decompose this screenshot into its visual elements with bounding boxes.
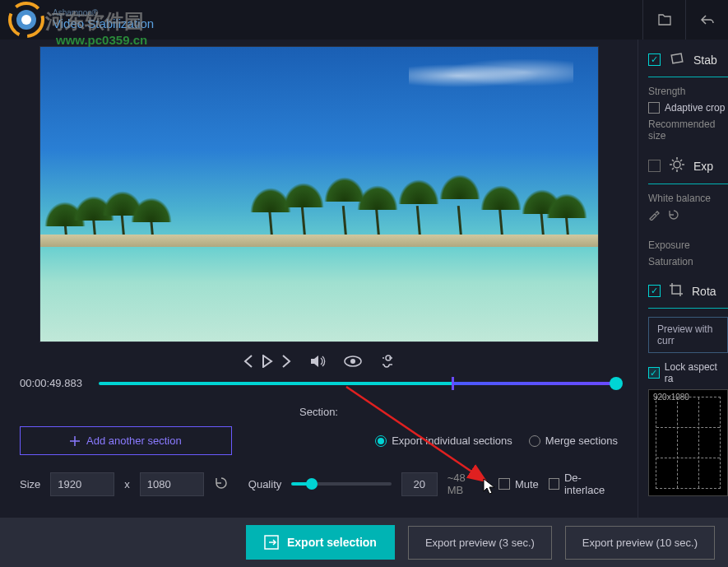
export-preview-10-button[interactable]: Export preview (10 sec.) xyxy=(565,526,715,560)
settings-button[interactable] xyxy=(380,354,395,369)
rotation-toggle[interactable] xyxy=(648,285,661,297)
stabilization-toggle[interactable] xyxy=(648,53,661,66)
section-label: Section: xyxy=(12,401,626,426)
recommended-size-label: Recommended size xyxy=(648,119,728,142)
adaptive-crop-label: Adaptive crop xyxy=(665,102,725,114)
undo-button[interactable] xyxy=(685,0,728,40)
watermark-url: www.pc0359.cn xyxy=(56,33,147,47)
video-preview[interactable] xyxy=(39,46,599,342)
svg-rect-5 xyxy=(671,53,683,63)
export-icon xyxy=(264,535,279,550)
rotation-title: Rota xyxy=(692,285,716,298)
strength-label: Strength xyxy=(648,86,728,97)
stabilization-title: Stab xyxy=(693,53,717,67)
height-input[interactable] xyxy=(140,472,204,496)
app-header: Ashampoo® Video Stabilization 河东软件园 www.… xyxy=(0,0,728,40)
settings-sidebar: Stab Strength Adaptive crop Recommended … xyxy=(638,40,728,549)
volume-button[interactable] xyxy=(309,355,326,368)
prev-frame-button[interactable] xyxy=(243,355,253,368)
exposure-toggle[interactable] xyxy=(648,160,661,172)
footer-bar: Export selection Export preview (3 sec.)… xyxy=(0,518,728,567)
svg-point-6 xyxy=(674,161,680,168)
quality-input[interactable] xyxy=(401,472,438,496)
export-preview-3-button[interactable]: Export preview (3 sec.) xyxy=(408,526,552,560)
preview-toggle-button[interactable] xyxy=(344,356,362,367)
exposure-title: Exp xyxy=(693,160,713,173)
quality-label: Quality xyxy=(248,478,281,490)
play-button[interactable] xyxy=(262,355,273,368)
rotation-section: Rota Preview with curr Lock aspect ra 92… xyxy=(648,282,728,496)
stabilize-icon xyxy=(669,51,685,68)
crop-preview[interactable]: 920x1080 xyxy=(648,389,728,496)
exposure-field-label: Exposure xyxy=(648,239,728,251)
add-section-label: Add another section xyxy=(86,435,182,447)
brightness-icon xyxy=(669,156,685,175)
timecode-display: 00:00:49.883 xyxy=(20,377,86,389)
mute-checkbox[interactable]: Mute xyxy=(498,478,539,490)
lock-aspect-label: Lock aspect ra xyxy=(665,361,728,384)
stabilization-section: Stab Strength Adaptive crop Recommended … xyxy=(648,51,728,142)
playback-controls xyxy=(12,342,626,377)
plus-icon xyxy=(70,436,80,446)
brand-product: Video Stabilization xyxy=(53,17,154,31)
next-frame-button[interactable] xyxy=(281,355,291,368)
add-section-button[interactable]: Add another section xyxy=(20,426,232,455)
app-logo-icon xyxy=(7,0,46,40)
preview-current-button[interactable]: Preview with curr xyxy=(648,317,728,353)
white-balance-label: White balance xyxy=(648,193,728,204)
export-individual-radio[interactable]: Export individual sections xyxy=(375,435,512,447)
size-separator: x xyxy=(124,478,130,490)
export-selection-label: Export selection xyxy=(287,536,377,549)
svg-point-4 xyxy=(350,359,355,364)
filesize-estimate: ~48 MB xyxy=(447,472,482,496)
mute-label: Mute xyxy=(515,478,539,490)
quality-slider[interactable] xyxy=(291,482,391,486)
crop-icon xyxy=(669,282,684,300)
open-folder-button[interactable] xyxy=(642,0,685,40)
eyedropper-icon[interactable] xyxy=(648,209,660,223)
exposure-section: Exp White balance Exposure Saturation xyxy=(648,156,728,267)
width-input[interactable] xyxy=(50,472,114,496)
reset-size-button[interactable] xyxy=(214,476,229,493)
merge-sections-radio[interactable]: Merge sections xyxy=(529,435,618,447)
deinterlace-label: De-interlace xyxy=(564,472,618,496)
merge-sections-label: Merge sections xyxy=(545,435,618,447)
size-label: Size xyxy=(20,478,40,490)
export-individual-label: Export individual sections xyxy=(392,435,512,447)
adaptive-crop-checkbox[interactable]: Adaptive crop xyxy=(648,102,728,114)
reset-wb-icon[interactable] xyxy=(668,209,679,223)
svg-point-2 xyxy=(21,15,31,25)
timeline-slider[interactable] xyxy=(99,382,618,385)
export-selection-button[interactable]: Export selection xyxy=(246,525,395,560)
lock-aspect-checkbox[interactable]: Lock aspect ra xyxy=(648,361,728,384)
deinterlace-checkbox[interactable]: De-interlace xyxy=(549,472,618,496)
saturation-label: Saturation xyxy=(648,256,728,267)
